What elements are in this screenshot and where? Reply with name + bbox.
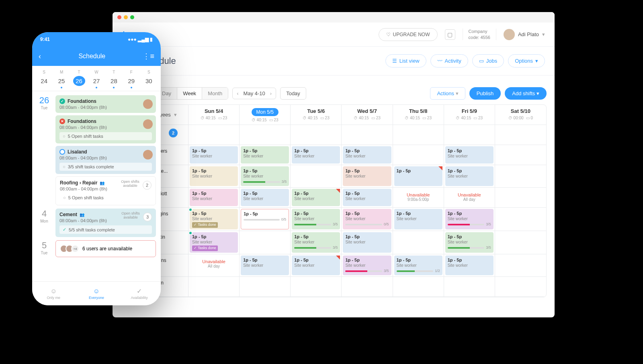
add-shifts-button[interactable]: Add shifts ▾ xyxy=(505,87,547,100)
close-dot[interactable] xyxy=(117,15,121,19)
list-view-button[interactable]: ☰List view xyxy=(385,54,426,67)
empty-cell[interactable] xyxy=(291,165,342,188)
open-shift-cell[interactable] xyxy=(188,125,240,145)
empty-cell[interactable] xyxy=(188,277,240,297)
maximize-dot[interactable] xyxy=(130,15,134,19)
phone-schedule-body[interactable]: 26Tue ✓Foundations 08:00am - 04:00pm (8h… xyxy=(32,91,161,284)
unavailable-cell[interactable]: UnavailableAll day xyxy=(188,254,240,277)
shift-cell[interactable]: 1p - 5p Site worker 3/5 xyxy=(342,254,393,277)
empty-cell[interactable] xyxy=(393,145,444,165)
empty-cell[interactable] xyxy=(495,231,546,254)
shift-cell[interactable]: 1p - 5p 0/5 xyxy=(240,208,291,231)
shift-cell[interactable]: 1p - 5p Site worker xyxy=(291,254,342,277)
unavailable-cell[interactable]: Unavailable9:00a-5:00p xyxy=(393,188,444,208)
day-header[interactable]: Wed 5/7 ⏱ 40:15▭ 23 xyxy=(342,105,393,125)
seg-month[interactable]: Month xyxy=(202,88,228,99)
sidebar-badge[interactable]: 2 xyxy=(169,129,178,137)
shift-cell[interactable]: 1p - 5p Site worker xyxy=(188,145,240,165)
shift-cell[interactable]: 1p - 5p Site worker 3/5 xyxy=(291,231,342,254)
open-shift-cell[interactable] xyxy=(342,125,393,145)
shift-cell[interactable]: 1p - 5p Site worker 3/5 xyxy=(291,208,342,231)
user-menu[interactable]: Adi Plato ▾ xyxy=(504,29,545,40)
open-shift-cell[interactable] xyxy=(291,125,342,145)
day-header[interactable]: Mon 5/5 ⏱ 40:15▭ 23 xyxy=(240,105,291,125)
shift-cell[interactable]: 1p - 5p Site worker ✓ Tasks done xyxy=(188,208,240,231)
actions-button[interactable]: Actions ▾ xyxy=(430,87,465,100)
empty-cell[interactable] xyxy=(444,277,495,297)
shift-card[interactable]: Cement 👥 08:00am - 04:00pm (8h) 3Open sh… xyxy=(55,209,156,237)
activity-button[interactable]: 〰Activity xyxy=(430,54,468,67)
open-shift-cell[interactable] xyxy=(240,125,291,145)
shift-card[interactable]: ✓Foundations 08:00am - 04:00pm (8h) xyxy=(55,95,156,113)
day-header[interactable]: Tue 5/6 ⏱ 40:15▭ 23 xyxy=(291,105,342,125)
shift-cell[interactable]: 1p - 5p Site worker 3/5 xyxy=(240,165,291,188)
shift-cell[interactable]: 1p - 5p Site worker xyxy=(342,165,393,188)
today-button[interactable]: Today xyxy=(280,87,306,100)
shift-cell[interactable]: 1p - 5p Site worker xyxy=(342,188,393,208)
empty-cell[interactable] xyxy=(495,277,546,297)
help-icon[interactable]: ▢ xyxy=(445,29,455,40)
shift-cell[interactable]: 1p - 5p Site worker xyxy=(342,145,393,165)
cal-day[interactable]: 29 xyxy=(125,74,137,88)
shift-card[interactable]: ✕Foundations 08:00am - 04:00pm (8h) ○ 5 … xyxy=(55,115,156,143)
cal-day[interactable]: 25 xyxy=(55,74,68,88)
empty-cell[interactable] xyxy=(393,277,444,297)
date-range[interactable]: May 4-10 xyxy=(244,90,265,96)
unavailable-cell[interactable]: UnavailableAll day xyxy=(444,188,495,208)
empty-cell[interactable] xyxy=(342,277,393,297)
shift-cell[interactable]: 1p - 5p Site worker ✓ Tasks done xyxy=(188,231,240,254)
tab-only-me[interactable]: ☺Only me xyxy=(32,282,75,305)
day-header[interactable]: Sun 5/4 ⏱ 40:15▭ 23 xyxy=(188,105,240,125)
empty-cell[interactable] xyxy=(393,231,444,254)
minimize-dot[interactable] xyxy=(124,15,128,19)
shift-cell[interactable]: 1p - 5p Site worker xyxy=(291,145,342,165)
shift-cell[interactable]: 1p - 5p Site worker xyxy=(444,254,495,277)
shift-card[interactable]: Lisaland 08:00am - 04:00pm (8h) ○ 3/5 sh… xyxy=(55,146,156,174)
shift-cell[interactable]: 1p - 5p Site worker 1/2 xyxy=(393,254,444,277)
jobs-button[interactable]: ▭Jobs xyxy=(472,54,504,67)
open-shift-cell[interactable] xyxy=(393,125,444,145)
cal-day[interactable]: 27 xyxy=(90,74,102,88)
next-week-button[interactable]: › xyxy=(270,90,272,96)
options-button[interactable]: Options▾ xyxy=(508,54,545,67)
empty-cell[interactable] xyxy=(240,277,291,297)
back-icon[interactable]: ‹ xyxy=(39,52,41,61)
cal-day[interactable]: 30 xyxy=(143,74,155,88)
shift-cell[interactable]: 1p - 5p Site worker xyxy=(393,208,444,231)
cal-day[interactable]: 24 xyxy=(38,74,50,88)
day-header[interactable]: Thu 5/8 ⏱ 40:15▭ 23 xyxy=(393,105,444,125)
shift-cell[interactable]: 1p - 5p Site worker 0/5 xyxy=(342,208,393,231)
tab-availability[interactable]: ✓Availability xyxy=(118,282,161,305)
empty-cell[interactable] xyxy=(495,145,546,165)
shift-cell[interactable]: 1p - 5p Site worker xyxy=(291,188,342,208)
day-header[interactable]: Fri 5/9 ⏱ 40:15▭ 23 xyxy=(444,105,495,125)
shift-cell[interactable]: 1p - 5p Site worker xyxy=(342,231,393,254)
tab-everyone[interactable]: ☺Everyone xyxy=(75,282,118,305)
seg-week[interactable]: Week xyxy=(177,88,202,99)
empty-cell[interactable] xyxy=(495,208,546,231)
shift-cell[interactable]: 1p - 5p Site worker xyxy=(240,145,291,165)
shift-cell[interactable]: 1p - 5p Site worker 3/5 xyxy=(444,231,495,254)
shift-cell[interactable]: 1p - 5p Site worker 3/5 xyxy=(444,208,495,231)
empty-cell[interactable] xyxy=(495,165,546,188)
empty-cell[interactable] xyxy=(495,188,546,208)
shift-cell[interactable]: 1p - 5p Site worker xyxy=(240,254,291,277)
shift-cell[interactable]: 1p - 5p Site worker xyxy=(188,165,240,188)
empty-cell[interactable] xyxy=(240,231,291,254)
menu-icon[interactable]: ⋮≡ xyxy=(143,52,154,61)
empty-cell[interactable] xyxy=(291,277,342,297)
shift-cell[interactable]: 1p - 5p xyxy=(393,165,444,188)
prev-week-button[interactable]: ‹ xyxy=(237,90,238,96)
shift-cell[interactable]: 1p - 5p Site worker xyxy=(240,188,291,208)
shift-cell[interactable]: 1p - 5p Site worker xyxy=(188,188,240,208)
shift-card[interactable]: Roofing › Repair 👥 08:00am - 04:00pm (8h… xyxy=(55,176,156,205)
shift-cell[interactable]: 1p - 5p Site worker xyxy=(444,165,495,188)
open-shift-cell[interactable] xyxy=(495,125,546,145)
unavailable-card[interactable]: +4 6 users are unavailable xyxy=(55,240,156,257)
open-shift-cell[interactable] xyxy=(444,125,495,145)
cal-day[interactable]: 26 xyxy=(73,74,85,88)
shift-cell[interactable]: 1p - 5p Site worker xyxy=(444,145,495,165)
upgrade-button[interactable]: ♡ UPGRADE NOW xyxy=(379,28,438,41)
empty-cell[interactable] xyxy=(495,254,546,277)
cal-day[interactable]: 28 xyxy=(108,74,120,88)
